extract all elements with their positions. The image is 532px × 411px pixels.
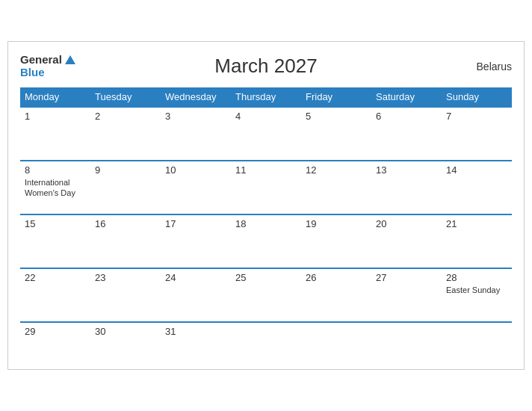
calendar-cell: 14 [442, 161, 512, 214]
calendar-cell: 23 [90, 268, 161, 322]
calendar-cell: 27 [371, 268, 442, 322]
calendar-cell: 16 [90, 214, 161, 268]
week-row-1: 1234567 [20, 107, 512, 161]
calendar-cell: 26 [301, 268, 371, 322]
day-number: 10 [165, 164, 226, 176]
calendar-cell: 12 [301, 161, 371, 214]
logo: General Blue [20, 54, 75, 78]
calendar-cell: 7 [442, 107, 512, 161]
day-number: 17 [165, 218, 226, 229]
day-number: 21 [446, 218, 507, 229]
day-number: 1 [25, 111, 86, 122]
calendar-container: General Blue March 2027 Belarus MondayTu… [7, 41, 525, 370]
day-number: 2 [95, 111, 156, 122]
calendar-cell [371, 322, 442, 363]
day-number: 23 [95, 272, 156, 283]
calendar-cell: 1 [20, 107, 90, 161]
calendar-cell: 30 [90, 322, 161, 363]
calendar-cell: 4 [231, 107, 301, 161]
day-number: 12 [306, 164, 367, 176]
day-number: 26 [306, 272, 367, 283]
calendar-cell: 24 [161, 268, 231, 322]
logo-triangle-icon [65, 55, 75, 64]
calendar-cell: 21 [442, 214, 512, 268]
calendar-cell: 18 [231, 214, 301, 268]
calendar-cell [231, 322, 301, 363]
calendar-cell: 6 [371, 107, 442, 161]
day-number: 4 [235, 111, 297, 122]
day-header-saturday: Saturday [371, 87, 442, 107]
week-row-5: 293031 [20, 322, 512, 363]
day-number: 9 [95, 164, 156, 176]
day-number: 22 [25, 272, 86, 283]
day-number: 11 [235, 164, 297, 176]
calendar-cell: 20 [371, 214, 442, 268]
calendar-cell [301, 322, 371, 363]
day-number: 6 [376, 111, 437, 122]
day-number: 25 [235, 272, 297, 283]
day-header-friday: Friday [301, 87, 371, 107]
day-event: International Women's Day [25, 178, 75, 197]
calendar-cell [442, 322, 512, 363]
calendar-cell: 13 [371, 161, 442, 214]
calendar-cell: 15 [20, 214, 90, 268]
day-number: 13 [376, 164, 437, 176]
week-row-4: 22232425262728Easter Sunday [20, 268, 512, 322]
day-number: 3 [165, 111, 226, 122]
day-number: 8 [25, 164, 86, 176]
day-number: 7 [446, 111, 507, 122]
calendar-cell: 3 [161, 107, 231, 161]
day-number: 5 [306, 111, 367, 122]
logo-general-text: General [20, 54, 62, 67]
day-number: 27 [376, 272, 437, 283]
calendar-cell: 29 [20, 322, 90, 363]
day-number: 14 [446, 164, 507, 176]
calendar-cell: 9 [90, 161, 161, 214]
calendar-cell: 11 [231, 161, 301, 214]
calendar-cell: 22 [20, 268, 90, 322]
calendar-cell: 5 [301, 107, 371, 161]
day-number: 30 [95, 326, 156, 337]
calendar-cell: 28Easter Sunday [442, 268, 512, 322]
day-event: Easter Sunday [446, 285, 500, 294]
day-header-tuesday: Tuesday [90, 87, 161, 107]
calendar-title: March 2027 [214, 55, 317, 78]
calendar-cell: 2 [90, 107, 161, 161]
day-header-monday: Monday [20, 87, 90, 107]
day-number: 20 [376, 218, 437, 229]
day-number: 16 [95, 218, 156, 229]
week-row-3: 15161718192021 [20, 214, 512, 268]
day-header-thursday: Thursday [231, 87, 301, 107]
calendar-cell: 17 [161, 214, 231, 268]
day-number: 19 [306, 218, 367, 229]
day-number: 15 [25, 218, 86, 229]
calendar-cell: 31 [161, 322, 231, 363]
calendar-cell: 25 [231, 268, 301, 322]
day-header-wednesday: Wednesday [161, 87, 231, 107]
day-headers-row: MondayTuesdayWednesdayThursdayFridaySatu… [20, 87, 512, 107]
logo-blue-text: Blue [20, 67, 45, 79]
day-number: 31 [165, 326, 226, 337]
calendar-cell: 19 [301, 214, 371, 268]
calendar-country: Belarus [477, 61, 512, 72]
day-number: 24 [165, 272, 226, 283]
day-number: 18 [235, 218, 297, 229]
day-number: 29 [25, 326, 86, 337]
calendar-grid: MondayTuesdayWednesdayThursdayFridaySatu… [20, 87, 512, 363]
day-header-sunday: Sunday [442, 87, 512, 107]
week-row-2: 8International Women's Day91011121314 [20, 161, 512, 214]
day-number: 28 [446, 272, 507, 283]
calendar-cell: 10 [161, 161, 231, 214]
calendar-header: General Blue March 2027 Belarus [20, 54, 512, 78]
calendar-cell: 8International Women's Day [20, 161, 90, 214]
